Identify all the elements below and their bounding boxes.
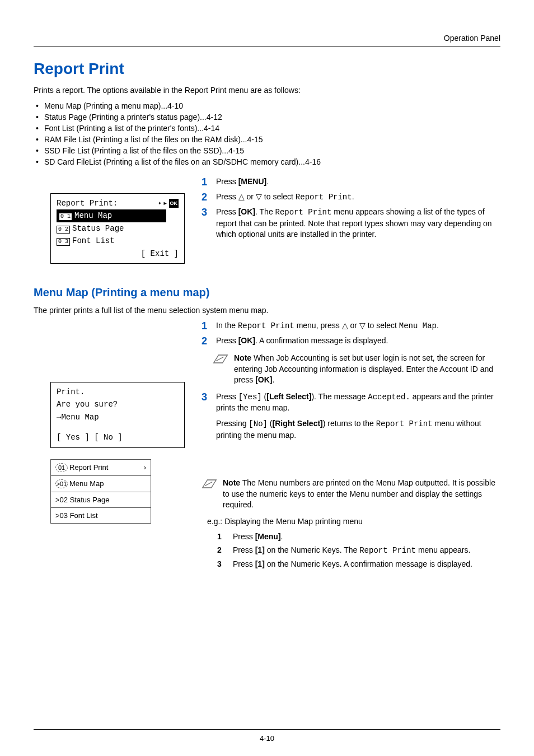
substep-number: 3 [217,559,225,570]
substep-text: Press [Menu]. [233,531,283,543]
note-text: The Menu numbers are printed on the Menu… [223,478,495,509]
note-example: e.g.: Displaying the Menu Map printing m… [207,516,500,528]
dashed-number-icon: 01 [55,463,68,472]
substep-text: Press [1] on the Numeric Keys. A confirm… [233,559,472,570]
note-label: Note [234,353,251,362]
step-number: 3 [202,207,210,240]
page-title: Report Print [34,60,500,78]
step-text: Press [Yes] ([Left Select]). The message… [216,391,500,414]
step-number: 1 [202,320,210,332]
menu-map-panel: 01Report Print › >01Menu Map >02 Status … [50,459,151,524]
list-item: SSD File List (Printing a list of the fi… [36,145,500,156]
list-item: RAM File List (Printing a list of the fi… [36,134,500,145]
lcd-title: Report Print: [57,197,118,209]
step-number: 2 [202,192,210,203]
lcd-item: Font List [72,236,115,245]
lcd-line: →Menu Map [57,411,179,423]
panel-item: >02 Status Page [51,492,151,508]
section-title: Menu Map (Printing a menu map) [34,286,500,299]
note-block: Note The Menu numbers are printed on the… [202,478,500,572]
note-block: Note When Job Accounting is set but user… [213,353,500,386]
substep-number: 2 [217,545,225,557]
dashed-number-icon: >01 [55,479,68,488]
step-text: In the Report Print menu, press △ or ▽ t… [216,320,439,332]
nav-ok-icon: ✦▸OK [158,197,179,209]
lcd-exit: [ Exit ] [57,248,179,260]
list-item: SD Card FileList (Printing a list of the… [36,156,500,167]
note-icon [202,478,217,492]
substep-number: 1 [217,531,225,543]
lcd-screen-1: Report Print: ✦▸OK 0 1Menu Map 0 2Status… [50,193,185,264]
list-item: Font List (Printing a list of the printe… [36,123,500,134]
step-number: 3 [202,391,210,414]
step-text: Press [OK]. The Report Print menu appear… [216,207,500,240]
lcd-screen-2: Print. Are you sure? →Menu Map [ Yes ] [… [50,382,185,448]
lcd-buttons: [ Yes ] [ No ] [57,431,179,444]
list-item: Menu Map (Printing a menu map)...4-10 [36,100,500,111]
toc-list: Menu Map (Printing a menu map)...4-10 St… [34,100,500,167]
panel-item: >03 Font List [51,508,151,523]
page-number: 4-10 [260,734,274,743]
step-number: 1 [202,176,210,188]
substep-text: Press [1] on the Numeric Keys. The Repor… [233,545,470,557]
panel-item: Report Print [69,463,108,472]
lcd-line: Print. [57,386,179,398]
page-header: Operation Panel [34,34,500,46]
lcd-item-selected: 0 1Menu Map [57,209,166,222]
steps-1: 1 Press [MENU]. 2 Press △ or ▽ to select… [202,176,500,240]
step-text: Press [MENU]. [216,176,269,188]
panel-item: Menu Map [69,479,104,488]
intro-text: Prints a report. The options available i… [34,86,500,95]
chevron-right-icon: › [144,463,146,472]
step-text: Pressing [No] ([Right Select]) returns t… [216,418,500,441]
steps-2: 1 In the Report Print menu, press △ or ▽… [202,320,500,347]
note-label: Note [223,478,240,487]
lcd-item: Status Page [72,224,124,233]
section-intro: The printer prints a full list of the me… [34,306,500,315]
step-text: Press [OK]. A confirmation message is di… [216,335,388,347]
step-number: 2 [202,335,210,347]
step-text: Press △ or ▽ to select Report Print. [216,192,354,203]
note-icon [213,353,228,367]
lcd-line: Are you sure? [57,398,179,410]
list-item: Status Page (Printing a printer's status… [36,111,500,123]
